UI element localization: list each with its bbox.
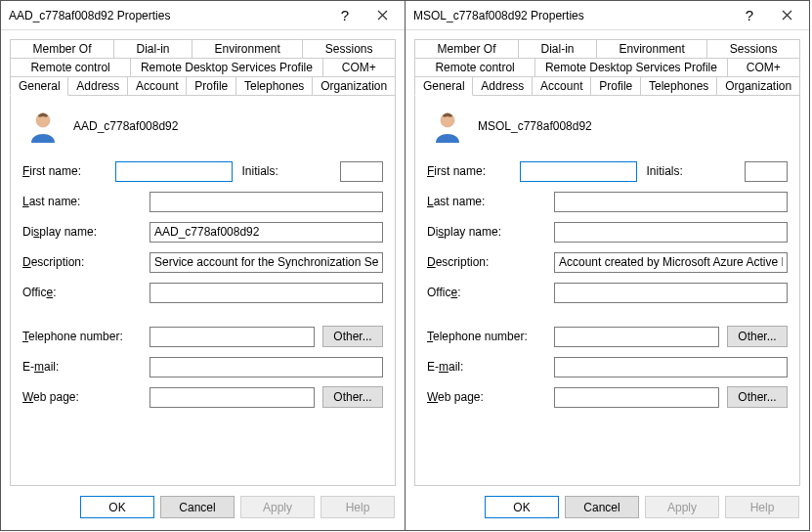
help-button[interactable]: Help: [321, 496, 395, 518]
office-field[interactable]: [150, 283, 383, 303]
titlebar[interactable]: MSOL_c778af008d92 Properties ?: [406, 1, 809, 30]
description-label: Description:: [427, 255, 554, 269]
tab-address[interactable]: Address: [472, 76, 533, 96]
description-label: Description:: [22, 255, 150, 269]
initials-label: Initials:: [647, 164, 740, 178]
telephone-field[interactable]: [554, 327, 719, 347]
user-icon: [431, 110, 464, 143]
initials-label: Initials:: [242, 164, 335, 178]
close-icon[interactable]: [361, 1, 405, 30]
description-field[interactable]: [150, 252, 383, 273]
tab-profile[interactable]: Profile: [186, 76, 236, 96]
tab-profile[interactable]: Profile: [590, 76, 641, 96]
tab-environment[interactable]: Environment: [192, 39, 303, 58]
initials-field[interactable]: [340, 161, 383, 182]
tab-remote-control[interactable]: Remote control: [10, 58, 131, 76]
tab-telephones[interactable]: Telephones: [640, 76, 717, 96]
email-field[interactable]: [150, 357, 383, 377]
tab-member-of[interactable]: Member Of: [414, 39, 519, 58]
first-name-label: First name:: [22, 164, 115, 178]
tab-com-plus[interactable]: COM+: [322, 58, 396, 76]
help-icon[interactable]: ?: [329, 1, 361, 30]
telephone-field[interactable]: [150, 327, 315, 347]
properties-dialog-right: MSOL_c778af008d92 Properties ? Member Of…: [405, 0, 810, 531]
apply-button[interactable]: Apply: [240, 496, 315, 518]
telephone-other-button[interactable]: Other...: [727, 326, 788, 347]
last-name-field[interactable]: [554, 192, 788, 212]
tab-remote-control[interactable]: Remote control: [414, 58, 535, 76]
web-page-other-button[interactable]: Other...: [322, 386, 383, 408]
web-page-label: Web page:: [427, 390, 554, 404]
description-field[interactable]: [554, 252, 788, 273]
window-title: MSOL_c778af008d92 Properties: [413, 9, 734, 22]
cancel-button[interactable]: Cancel: [565, 496, 639, 518]
email-field[interactable]: [554, 357, 788, 377]
display-name-label: Display name:: [427, 225, 554, 239]
cancel-button[interactable]: Cancel: [160, 496, 235, 518]
tab-member-of[interactable]: Member Of: [10, 39, 114, 58]
web-page-field[interactable]: [150, 387, 315, 408]
tab-dial-in[interactable]: Dial-in: [113, 39, 192, 58]
tab-strip: Member Of Dial-in Environment Sessions R…: [414, 39, 800, 96]
last-name-label: Last name:: [22, 195, 150, 208]
help-button[interactable]: Help: [725, 496, 799, 518]
close-icon[interactable]: [765, 1, 809, 30]
web-page-other-button[interactable]: Other...: [727, 386, 788, 408]
tab-panel-general: AAD_c778af008d92 First name: Initials: L…: [10, 95, 396, 486]
tab-account[interactable]: Account: [532, 76, 591, 96]
ok-button[interactable]: OK: [485, 496, 559, 518]
tab-address[interactable]: Address: [67, 76, 128, 96]
telephone-other-button[interactable]: Other...: [322, 326, 383, 347]
tab-organization[interactable]: Organization: [716, 76, 800, 96]
window-title: AAD_c778af008d92 Properties: [9, 9, 329, 22]
tab-com-plus[interactable]: COM+: [727, 58, 800, 76]
properties-dialog-left: AAD_c778af008d92 Properties ? Member Of …: [0, 0, 406, 531]
email-label: E-mail:: [427, 360, 554, 374]
first-name-label: First name:: [427, 164, 520, 178]
last-name-label: Last name:: [427, 195, 554, 208]
email-label: E-mail:: [22, 360, 150, 374]
display-name-label: Display name:: [22, 225, 150, 239]
telephone-label: Telephone number:: [427, 330, 554, 343]
username-heading: MSOL_c778af008d92: [478, 119, 592, 133]
display-name-field[interactable]: [150, 222, 383, 243]
tab-general[interactable]: General: [10, 76, 68, 96]
tab-environment[interactable]: Environment: [596, 39, 707, 58]
tab-panel-general: MSOL_c778af008d92 First name: Initials: …: [414, 95, 800, 486]
last-name-field[interactable]: [150, 192, 383, 212]
dialog-footer: OK Cancel Apply Help: [406, 486, 809, 530]
tab-organization[interactable]: Organization: [312, 76, 396, 96]
first-name-field[interactable]: [520, 161, 637, 182]
display-name-field[interactable]: [554, 222, 788, 243]
web-page-label: Web page:: [22, 390, 150, 404]
titlebar[interactable]: AAD_c778af008d92 Properties ?: [1, 1, 405, 30]
web-page-field[interactable]: [554, 387, 719, 408]
tab-telephones[interactable]: Telephones: [235, 76, 313, 96]
tab-rds-profile[interactable]: Remote Desktop Services Profile: [130, 58, 323, 76]
tab-account[interactable]: Account: [127, 76, 187, 96]
office-label: Office:: [427, 286, 554, 299]
office-field[interactable]: [554, 283, 788, 303]
tab-sessions[interactable]: Sessions: [706, 39, 800, 58]
user-icon: [26, 110, 60, 143]
initials-field[interactable]: [745, 161, 788, 182]
username-heading: AAD_c778af008d92: [73, 119, 178, 133]
ok-button[interactable]: OK: [80, 496, 154, 518]
dialog-footer: OK Cancel Apply Help: [1, 486, 405, 530]
tab-rds-profile[interactable]: Remote Desktop Services Profile: [534, 58, 728, 76]
tab-dial-in[interactable]: Dial-in: [518, 39, 597, 58]
telephone-label: Telephone number:: [22, 330, 150, 343]
apply-button[interactable]: Apply: [645, 496, 719, 518]
office-label: Office:: [22, 286, 150, 299]
tab-general[interactable]: General: [414, 76, 473, 96]
first-name-field[interactable]: [115, 161, 233, 182]
help-icon[interactable]: ?: [734, 1, 765, 30]
tab-strip: Member Of Dial-in Environment Sessions R…: [10, 39, 396, 96]
tab-sessions[interactable]: Sessions: [302, 39, 396, 58]
